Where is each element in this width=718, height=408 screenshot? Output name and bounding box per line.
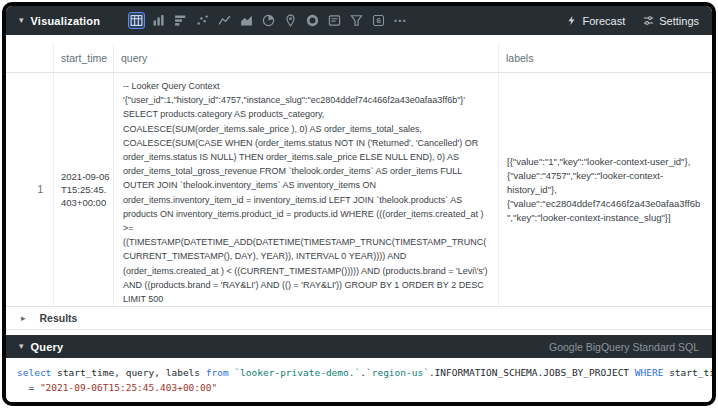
map-icon[interactable] — [282, 12, 299, 29]
results-title: Results — [40, 312, 78, 324]
results-section-toggle[interactable]: ▸ Results — [6, 307, 712, 330]
forecast-label: Forecast — [582, 15, 625, 27]
query-cell[interactable]: -- Looker Query Context '{"user_id":1,"h… — [114, 73, 499, 306]
app-window: ▾ Visualization 6 ⋯ Forecast Settings st… — [2, 2, 716, 406]
table-icon[interactable] — [128, 12, 145, 29]
vis-type-icon-bar: 6 — [128, 12, 387, 29]
query-title: Query — [31, 341, 64, 353]
collapse-caret-icon[interactable]: ▾ — [19, 16, 24, 25]
more-vis-types-icon[interactable]: ⋯ — [393, 13, 407, 28]
bar-chart-icon[interactable] — [172, 12, 189, 29]
column-chart-icon[interactable] — [150, 12, 167, 29]
single-record-icon[interactable] — [326, 12, 343, 29]
sql-editor[interactable]: select start_time, query, labels from `l… — [6, 358, 712, 402]
start-time-cell[interactable]: 2021-09-06T15:25:45.403+00:00 — [54, 73, 114, 306]
pie-chart-icon[interactable] — [260, 12, 277, 29]
table-header-row: start_time query labels — [6, 44, 712, 73]
labels-cell[interactable]: [{"value":"1","key":"looker-context-user… — [499, 73, 712, 306]
labels-value: [{"value":"1","key":"looker-context-user… — [499, 155, 712, 225]
results-table: start_time query labels 1 2021-09-06T15:… — [6, 35, 712, 307]
visualization-title: Visualization — [31, 15, 101, 27]
funnel-icon[interactable] — [348, 12, 365, 29]
vis-header-actions: Forecast Settings — [566, 15, 699, 27]
column-header-labels[interactable]: labels — [499, 44, 712, 72]
visualization-header-bar: ▾ Visualization 6 ⋯ Forecast Settings — [6, 6, 712, 35]
settings-sliders-icon — [643, 15, 654, 26]
area-chart-icon[interactable] — [238, 12, 255, 29]
forecast-icon — [566, 15, 577, 26]
row-number-header — [6, 44, 54, 72]
settings-button[interactable]: Settings — [643, 15, 699, 27]
query-section-header: ▾ Query Google BigQuery Standard SQL — [6, 335, 712, 358]
forecast-button[interactable]: Forecast — [566, 15, 625, 27]
column-header-query[interactable]: query — [114, 44, 499, 72]
start-time-value: 2021-09-06T15:25:45.403+00:00 — [54, 170, 113, 209]
sql-dialect-label: Google BigQuery Standard SQL — [549, 341, 699, 353]
single-value-icon[interactable]: 6 — [370, 12, 387, 29]
row-number-cell: 1 — [6, 73, 54, 306]
sql-code: select start_time, query, labels from `l… — [17, 365, 706, 395]
donut-chart-icon[interactable] — [304, 12, 321, 29]
expand-caret-icon: ▸ — [21, 314, 26, 323]
table-row: 1 2021-09-06T15:25:45.403+00:00 -- Looke… — [6, 73, 712, 307]
line-chart-icon[interactable] — [216, 12, 233, 29]
scatter-plot-icon[interactable] — [194, 12, 211, 29]
collapse-caret-icon[interactable]: ▾ — [19, 342, 24, 351]
settings-label: Settings — [659, 15, 699, 27]
column-header-start-time[interactable]: start_time — [54, 44, 114, 72]
